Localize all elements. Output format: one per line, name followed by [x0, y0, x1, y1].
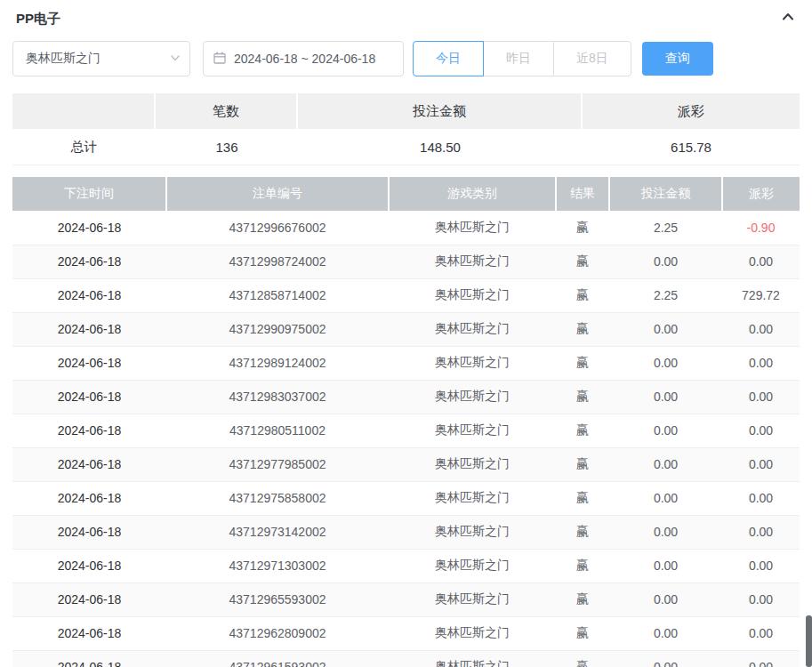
yesterday-button[interactable]: 昨日: [483, 41, 554, 76]
order-id-cell: 43712998724002: [166, 245, 389, 278]
date-range-input[interactable]: 2024-06-18 ~ 2024-06-18: [203, 41, 404, 76]
bet-amount-cell: 0.00: [609, 447, 722, 481]
game-type-cell: 奥林匹斯之门: [389, 346, 556, 380]
payout-cell: 729.72: [722, 278, 800, 312]
table-row: 2024-06-1843712990975002奥林匹斯之门赢0.000.00: [12, 312, 800, 346]
column-payout: 派彩: [722, 177, 800, 211]
payout-cell: 0.00: [722, 414, 800, 447]
chevron-down-icon: [170, 52, 181, 66]
column-bet-time: 下注时间: [12, 177, 166, 211]
bet-amount-cell: 0.00: [609, 616, 722, 650]
summary-total-bet-amount: 148.50: [298, 129, 583, 165]
order-id-cell: 43712971303002: [166, 549, 389, 583]
game-type-cell: 奥林匹斯之门: [389, 278, 556, 312]
result-cell: 赢: [556, 245, 609, 278]
result-cell: 赢: [556, 380, 609, 414]
table-row: 2024-06-1843712962809002奥林匹斯之门赢0.000.00: [12, 616, 800, 650]
bet-time-cell: 2024-06-18: [12, 278, 166, 312]
table-row: 2024-06-1843712973142002奥林匹斯之门赢0.000.00: [12, 515, 800, 549]
result-cell: 赢: [556, 312, 609, 346]
table-row: 2024-06-1843712989124002奥林匹斯之门赢0.000.00: [12, 346, 800, 380]
game-type-cell: 奥林匹斯之门: [389, 616, 556, 650]
bet-time-cell: 2024-06-18: [12, 211, 166, 245]
payout-cell: 0.00: [722, 447, 800, 481]
collapse-button[interactable]: [780, 10, 796, 28]
game-type-cell: 奥林匹斯之门: [389, 583, 556, 616]
game-type-cell: 奥林匹斯之门: [389, 481, 556, 515]
game-type-cell: 奥林匹斯之门: [389, 447, 556, 481]
page-title: PP电子: [16, 11, 60, 28]
game-select[interactable]: 奥林匹斯之门: [12, 41, 190, 76]
bet-time-cell: 2024-06-18: [12, 380, 166, 414]
table-row: 2024-06-1843712996676002奥林匹斯之门赢2.25-0.90: [12, 211, 800, 245]
payout-cell: 0.00: [722, 346, 800, 380]
summary-header-row: 笔数 投注金额 派彩: [12, 93, 800, 129]
result-cell: 赢: [556, 583, 609, 616]
game-type-cell: 奥林匹斯之门: [389, 312, 556, 346]
bet-time-cell: 2024-06-18: [12, 583, 166, 616]
summary-total-row: 总计 136 148.50 615.78: [12, 129, 800, 165]
bet-time-cell: 2024-06-18: [12, 312, 166, 346]
summary-table: 笔数 投注金额 派彩 总计 136 148.50 615.78: [12, 93, 800, 165]
bet-time-cell: 2024-06-18: [12, 481, 166, 515]
bet-amount-cell: 0.00: [609, 481, 722, 515]
bet-time-cell: 2024-06-18: [12, 515, 166, 549]
bet-table-body: 2024-06-1843712996676002奥林匹斯之门赢2.25-0.90…: [12, 211, 800, 667]
game-type-cell: 奥林匹斯之门: [389, 211, 556, 245]
column-bet-amount: 投注金额: [609, 177, 722, 211]
table-row: 2024-06-1843712977985002奥林匹斯之门赢0.000.00: [12, 447, 800, 481]
result-cell: 赢: [556, 481, 609, 515]
bet-time-cell: 2024-06-18: [12, 414, 166, 447]
bet-table-header: 下注时间 注单编号 游戏类别 结果 投注金额 派彩: [12, 177, 800, 211]
bet-amount-cell: 0.00: [609, 515, 722, 549]
summary-total-count: 136: [156, 129, 298, 165]
payout-cell: 0.00: [722, 515, 800, 549]
search-button[interactable]: 查询: [642, 42, 713, 76]
result-cell: 赢: [556, 549, 609, 583]
game-select-value: 奥林匹斯之门: [26, 51, 100, 67]
column-game-type: 游戏类别: [389, 177, 556, 211]
column-order-id: 注单编号: [166, 177, 389, 211]
bet-amount-cell: 0.00: [609, 549, 722, 583]
quick-range-button-group: 今日 昨日 近8日: [413, 41, 631, 76]
bet-amount-cell: 0.00: [609, 414, 722, 447]
order-id-cell: 43712980511002: [166, 414, 389, 447]
payout-cell: 0.00: [722, 481, 800, 515]
last-8-days-button[interactable]: 近8日: [553, 41, 631, 76]
today-button[interactable]: 今日: [413, 41, 484, 76]
order-id-cell: 43712973142002: [166, 515, 389, 549]
bet-time-cell: 2024-06-18: [12, 616, 166, 650]
pp-electronic-panel: PP电子 奥林匹斯之门 2024-06-18 ~ 2024-: [0, 0, 812, 667]
bet-amount-cell: 2.25: [609, 211, 722, 245]
payout-cell: 0.00: [722, 583, 800, 616]
chevron-up-icon: [780, 10, 796, 28]
order-id-cell: 43712983037002: [166, 380, 389, 414]
bet-amount-cell: 0.00: [609, 346, 722, 380]
bet-time-cell: 2024-06-18: [12, 549, 166, 583]
order-id-cell: 43712858714002: [166, 278, 389, 312]
game-type-cell: 奥林匹斯之门: [389, 515, 556, 549]
panel-header: PP电子: [12, 7, 800, 30]
summary-total-label: 总计: [12, 129, 156, 165]
bet-table: 下注时间 注单编号 游戏类别 结果 投注金额 派彩 2024-06-184371…: [12, 177, 800, 667]
game-type-cell: 奥林匹斯之门: [389, 549, 556, 583]
result-cell: 赢: [556, 515, 609, 549]
game-type-cell: 奥林匹斯之门: [389, 380, 556, 414]
vertical-scrollbar-thumb[interactable]: [806, 615, 812, 667]
payout-cell: 0.00: [722, 549, 800, 583]
summary-header-blank: [12, 93, 156, 129]
game-type-cell: 奥林匹斯之门: [389, 414, 556, 447]
result-cell: 赢: [556, 414, 609, 447]
order-id-cell: 43712989124002: [166, 346, 389, 380]
payout-cell: 0.00: [722, 312, 800, 346]
order-id-cell: 43712977985002: [166, 447, 389, 481]
bet-amount-cell: 0.00: [609, 380, 722, 414]
order-id-cell: 43712990975002: [166, 312, 389, 346]
table-row: 2024-06-1843712971303002奥林匹斯之门赢0.000.00: [12, 549, 800, 583]
bet-amount-cell: 0.00: [609, 650, 722, 667]
payout-cell: 0.00: [722, 380, 800, 414]
bet-time-cell: 2024-06-18: [12, 447, 166, 481]
bet-amount-cell: 0.00: [609, 245, 722, 278]
filter-bar: 奥林匹斯之门 2024-06-18 ~ 2024-06-18 今日 昨日 近8日…: [12, 41, 800, 76]
summary-header-bet-amount: 投注金额: [298, 93, 583, 129]
